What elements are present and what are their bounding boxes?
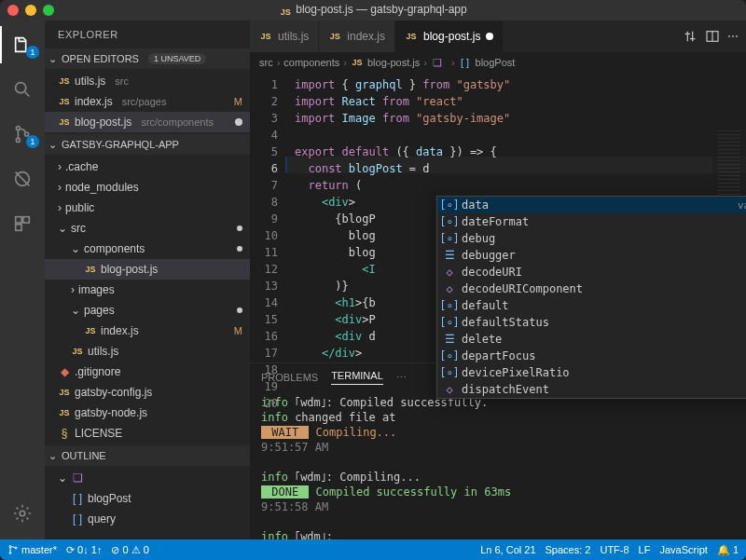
activity-settings[interactable]: [0, 495, 45, 532]
outline-item[interactable]: ⌄❏: [45, 468, 250, 488]
dirty-indicator: [486, 33, 493, 40]
completion-kind-icon: [∘]: [443, 198, 456, 212]
autocomplete-item[interactable]: [∘]departFocus: [437, 348, 746, 364]
section-outline[interactable]: ⌄ OUTLINE: [45, 445, 250, 466]
file-item[interactable]: JSblog-post.js: [45, 259, 250, 280]
file-item[interactable]: JSgatsby-config.js: [45, 382, 250, 403]
sidebar: EXPLORER ⌄ OPEN EDITORS 1 UNSAVED JSutil…: [45, 20, 250, 540]
activity-debug[interactable]: [0, 160, 45, 198]
open-editor-item[interactable]: JSblog-post.jssrc/components: [45, 112, 250, 132]
close-window[interactable]: [7, 5, 19, 16]
open-editor-item[interactable]: JSindex.jssrc/pagesM: [45, 91, 250, 112]
function-icon: ❏: [431, 56, 444, 69]
terminal-output[interactable]: info ｢wdm｣: Compiled successfully.info c…: [250, 391, 746, 540]
svg-point-11: [9, 546, 11, 548]
status-spaces[interactable]: Spaces: 2: [546, 544, 591, 555]
autocomplete-item[interactable]: ◇decodeURI: [437, 264, 746, 280]
section-open-editors[interactable]: ⌄ OPEN EDITORS 1 UNSAVED: [45, 48, 250, 69]
file-item[interactable]: JSindex.jsM: [45, 321, 250, 341]
status-bar: master* ⟳ 0↓ 1↑ ⊘ 0 ⚠ 0 Ln 6, Col 21 Spa…: [0, 540, 746, 560]
breadcrumb-segment[interactable]: src: [259, 57, 273, 68]
editor-tab[interactable]: JSindex.js: [319, 20, 395, 52]
modified-dot: [237, 225, 242, 231]
chevron-icon: ›: [58, 160, 62, 173]
file-item[interactable]: JSutils.js: [45, 341, 250, 362]
status-branch[interactable]: master*: [7, 544, 57, 555]
folder-item[interactable]: ⌄pages: [45, 300, 250, 321]
file-item[interactable]: JSgatsby-node.js: [45, 403, 250, 423]
outline-item[interactable]: [ ]query: [45, 509, 250, 529]
panel-tab-more[interactable]: ⋯: [396, 372, 407, 384]
breadcrumb-segment[interactable]: blog-post.js: [367, 57, 420, 68]
unsaved-tag: 1 UNSAVED: [148, 53, 206, 64]
open-editor-item[interactable]: JSutils.jssrc: [45, 71, 250, 91]
folder-item[interactable]: ›node_modules: [45, 177, 250, 198]
svg-point-2: [16, 138, 20, 142]
autocomplete-popup[interactable]: [∘]datavar data: anyi[∘]dateFormat[∘]deb…: [436, 196, 746, 399]
breadcrumb-segment[interactable]: components: [283, 57, 339, 68]
autocomplete-item[interactable]: ◇dispatchEvent: [437, 381, 746, 398]
chevron-icon: ⌄: [58, 222, 67, 235]
autocomplete-item[interactable]: [∘]defaultStatus: [437, 314, 746, 331]
editor-tab[interactable]: JSutils.js: [250, 20, 319, 52]
autocomplete-item[interactable]: [∘]default: [437, 297, 746, 314]
activity-extensions[interactable]: [0, 205, 45, 242]
editor-tab[interactable]: JSblog-post.js: [395, 20, 504, 52]
activity-scm[interactable]: 1: [0, 116, 45, 153]
status-problems[interactable]: ⊘ 0 ⚠ 0: [111, 544, 148, 556]
autocomplete-item[interactable]: [∘]debug: [437, 230, 746, 247]
activity-bar: 1 1: [0, 20, 45, 540]
svg-point-0: [16, 83, 26, 93]
js-file-icon: JS: [58, 116, 71, 129]
activity-explorer[interactable]: 1: [0, 26, 45, 63]
status-lang[interactable]: JavaScript: [659, 544, 707, 555]
completion-kind-icon: ◇: [443, 383, 456, 396]
chevron-icon: ›: [71, 283, 75, 296]
function-icon: ❏: [71, 471, 84, 485]
autocomplete-item[interactable]: ◇decodeURIComponent: [437, 280, 746, 297]
folder-item[interactable]: ›public: [45, 198, 250, 218]
breadcrumb[interactable]: src›components›JSblog-post.js›❏›[ ]blogP…: [250, 52, 746, 73]
file-item[interactable]: §LICENSE: [45, 423, 250, 444]
status-sync[interactable]: ⟳ 0↓ 1↑: [66, 544, 102, 556]
outline-item[interactable]: [ ]blogPost: [45, 488, 250, 509]
autocomplete-item[interactable]: [∘]devicePixelRatio: [437, 364, 746, 381]
folder-item[interactable]: ›images: [45, 280, 250, 300]
js-file-icon: JS: [58, 75, 71, 88]
chevron-icon: ›: [58, 201, 62, 214]
panel-tab-terminal[interactable]: TERMINAL: [331, 370, 383, 385]
activity-search[interactable]: [0, 71, 45, 108]
more-icon[interactable]: ⋯: [727, 30, 739, 43]
autocomplete-item[interactable]: [∘]datavar data: anyi: [437, 197, 746, 213]
svg-point-12: [9, 553, 11, 554]
js-file-icon: JS: [84, 324, 97, 337]
file-item[interactable]: ◆.gitignore: [45, 362, 250, 382]
folder-item[interactable]: ⌄src: [45, 218, 250, 239]
svg-point-8: [20, 511, 25, 516]
breadcrumb-segment[interactable]: blogPost: [476, 57, 516, 68]
maximize-window[interactable]: [43, 5, 54, 16]
compare-changes-icon[interactable]: [683, 29, 698, 44]
tab-bar: JSutils.jsJSindex.jsJSblog-post.js ⋯: [250, 20, 746, 52]
status-encoding[interactable]: UTF-8: [600, 544, 629, 555]
completion-kind-icon: [∘]: [443, 366, 456, 379]
completion-kind-icon: [∘]: [443, 349, 456, 362]
autocomplete-item[interactable]: ☰delete: [437, 331, 746, 348]
folder-item[interactable]: ›.cache: [45, 157, 250, 177]
minimize-window[interactable]: [25, 5, 36, 16]
split-editor-icon[interactable]: [705, 29, 720, 44]
section-workspace[interactable]: ⌄ GATSBY-GRAPHQL-APP: [45, 134, 250, 155]
completion-kind-icon: [∘]: [443, 299, 456, 312]
autocomplete-item[interactable]: [∘]dateFormat: [437, 213, 746, 230]
status-eol[interactable]: LF: [639, 544, 651, 555]
sidebar-title: EXPLORER: [45, 20, 250, 48]
chevron-down-icon: ⌄: [48, 53, 58, 65]
status-feedback[interactable]: 🔔 1: [717, 544, 739, 556]
svg-point-1: [16, 127, 20, 130]
folder-item[interactable]: ⌄components: [45, 239, 250, 259]
completion-kind-icon: [∘]: [443, 232, 456, 245]
autocomplete-item[interactable]: ☰debugger: [437, 247, 746, 264]
status-cursor[interactable]: Ln 6, Col 21: [480, 544, 535, 555]
js-file-icon: JS: [328, 30, 341, 43]
modified-dot: [237, 307, 242, 313]
